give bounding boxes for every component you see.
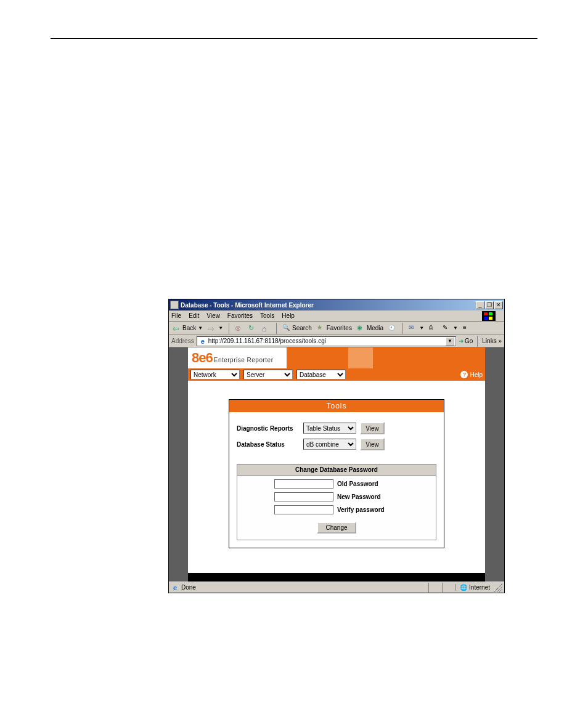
stop-button[interactable] (234, 324, 245, 333)
nav-network-select[interactable]: Network (190, 370, 240, 379)
address-dropdown-icon[interactable]: ▼ (446, 337, 454, 346)
change-button[interactable]: Change (317, 522, 356, 533)
page-content: 8e6 Enterprise Reporter Network Server D… (188, 347, 485, 582)
close-button[interactable]: ✕ (494, 301, 503, 309)
status-cell (442, 583, 455, 593)
links-button[interactable]: Links » (482, 338, 502, 344)
back-button[interactable]: Back▼ (171, 324, 204, 333)
diagnostic-view-button[interactable]: View (360, 422, 385, 434)
edit-button[interactable]: ▼ (441, 324, 459, 333)
viewport: 8e6 Enterprise Reporter Network Server D… (169, 347, 504, 582)
footer-strip (188, 573, 485, 582)
mail-button[interactable]: ▼ (407, 324, 425, 333)
address-input[interactable]: http://209.11.161.67:8118/process/tools.… (197, 336, 456, 346)
new-password-label: New Password (337, 493, 399, 500)
brand-subtitle: Enterprise Reporter (214, 357, 274, 363)
password-box: Change Database Password Old Password Ne… (237, 464, 436, 540)
edit-icon (443, 324, 451, 333)
maximize-button[interactable]: ❐ (485, 301, 494, 309)
favorites-icon (317, 324, 325, 333)
statusbar: Done Internet (169, 582, 504, 593)
search-icon (282, 324, 291, 333)
stop-icon (235, 324, 243, 333)
history-icon (388, 324, 397, 333)
app-header: 8e6 Enterprise Reporter (188, 347, 485, 368)
discuss-button[interactable] (462, 324, 473, 333)
forward-icon (208, 324, 216, 333)
address-label: Address (171, 338, 194, 344)
chevron-down-icon[interactable]: ▼ (419, 325, 424, 331)
home-button[interactable] (261, 324, 272, 333)
ie-icon (170, 301, 179, 309)
diagnostic-label: Diagnostic Reports (237, 425, 303, 432)
home-icon (262, 324, 271, 333)
minimize-button[interactable]: _ (476, 301, 484, 309)
menubar: File Edit View Favorites Tools Help (169, 310, 504, 322)
menu-help[interactable]: Help (282, 312, 295, 319)
windows-logo-icon (482, 311, 496, 321)
resize-grip-icon[interactable] (494, 583, 502, 592)
chevron-down-icon[interactable]: ▼ (198, 325, 203, 331)
chevron-down-icon[interactable]: ▼ (453, 325, 458, 331)
print-button[interactable] (428, 324, 439, 333)
old-password-label: Old Password (337, 481, 399, 487)
old-password-input[interactable] (274, 479, 333, 489)
go-button[interactable]: Go (459, 338, 473, 344)
back-icon (173, 324, 181, 333)
dbstatus-row: Database Status dB combine View (237, 438, 436, 450)
nav-row: Network Server Database Help (188, 368, 485, 381)
toolbar: Back▼ ▼ Search Favorites Media ▼ ▼ (169, 322, 504, 335)
window-title: Database - Tools - Microsoft Internet Ex… (181, 302, 476, 309)
diagnostic-row: Diagnostic Reports Table Status View (237, 422, 436, 434)
refresh-button[interactable] (247, 324, 258, 333)
menu-edit[interactable]: Edit (189, 312, 199, 319)
dbstatus-view-button[interactable]: View (360, 438, 385, 450)
dbstatus-label: Database Status (237, 441, 303, 448)
mail-icon (409, 324, 417, 333)
verify-password-label: Verify password (337, 506, 399, 513)
status-page-icon (171, 583, 179, 592)
address-url: http://209.11.161.67:8118/process/tools.… (208, 338, 446, 344)
refresh-icon (248, 324, 257, 333)
brand-logo: 8e6 (192, 350, 213, 366)
tools-panel: Tools Diagnostic Reports Table Status Vi… (229, 399, 444, 548)
media-button[interactable]: Media (356, 324, 385, 333)
menu-view[interactable]: View (206, 312, 220, 319)
discuss-icon (463, 324, 472, 333)
menu-file[interactable]: File (171, 312, 181, 319)
history-button[interactable] (387, 324, 398, 333)
help-link[interactable]: Help (460, 371, 483, 378)
menu-favorites[interactable]: Favorites (227, 312, 253, 319)
nav-server-select[interactable]: Server (243, 370, 293, 379)
media-icon (357, 324, 365, 333)
verify-password-input[interactable] (274, 505, 333, 514)
forward-button[interactable]: ▼ (206, 324, 224, 333)
page-icon (198, 337, 207, 346)
print-icon (429, 324, 438, 333)
new-password-input[interactable] (274, 492, 333, 501)
menu-tools[interactable]: Tools (260, 312, 274, 319)
password-title: Change Database Password (237, 465, 436, 476)
chevron-down-icon[interactable]: ▼ (218, 325, 223, 331)
panel-title: Tools (229, 400, 444, 412)
address-bar: Address http://209.11.161.67:8118/proces… (169, 335, 504, 347)
favorites-button[interactable]: Favorites (316, 324, 353, 333)
browser-window: Database - Tools - Microsoft Internet Ex… (168, 299, 505, 593)
security-zone: Internet (455, 584, 494, 591)
status-text: Done (181, 584, 196, 591)
nav-database-select[interactable]: Database (296, 370, 346, 379)
search-button[interactable]: Search (281, 324, 313, 333)
titlebar[interactable]: Database - Tools - Microsoft Internet Ex… (169, 299, 504, 310)
dbstatus-select[interactable]: dB combine (303, 439, 356, 450)
diagnostic-select[interactable]: Table Status (303, 423, 356, 434)
status-cell (428, 583, 442, 593)
